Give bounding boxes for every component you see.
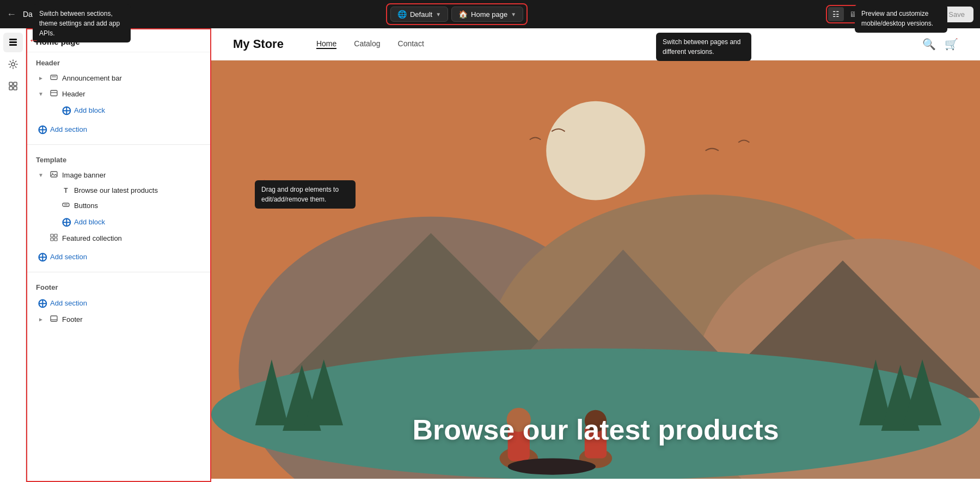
image-banner-icon	[50, 170, 58, 180]
header-group-title: Header	[36, 59, 201, 67]
svg-rect-4	[9, 82, 13, 86]
store-logo: My Store	[233, 37, 284, 51]
hero-section: Browse our latest products Drag and drop…	[211, 60, 980, 479]
announcement-bar-icon	[50, 74, 58, 83]
template-group: Template ▼ Image banner T Browse our lat…	[27, 149, 210, 267]
svg-rect-12	[51, 172, 57, 177]
buttons-item[interactable]: Buttons	[36, 198, 201, 213]
expand-icon-6: ►	[38, 316, 46, 322]
cart-icon[interactable]: 🛒	[945, 38, 958, 51]
svg-rect-10	[51, 90, 57, 96]
svg-point-23	[546, 101, 645, 200]
hero-text: Browse our latest products	[412, 413, 779, 446]
chevron-down-icon-2: ▼	[511, 11, 516, 17]
announcement-bar-item[interactable]: ► Announcement bar	[36, 70, 201, 86]
store-preview: My Store Home Catalog Contact 🔍 🛒	[211, 28, 980, 482]
nav-link-contact[interactable]: Contact	[398, 39, 424, 49]
footer-icon	[50, 315, 58, 324]
featured-collection-icon	[50, 234, 58, 243]
add-block-header-button[interactable]: ⨁ Add block	[36, 102, 201, 119]
homepage-dropdown[interactable]: 🏠 Home page ▼	[451, 7, 523, 22]
svg-point-43	[508, 458, 596, 474]
icon-sidebar: ←	[0, 28, 26, 482]
store-nav-icons: 🔍 🛒	[922, 38, 958, 51]
gear-icon	[8, 59, 18, 69]
sections-icon	[8, 38, 18, 47]
chevron-down-icon: ▼	[436, 11, 441, 17]
default-dropdown[interactable]: 🌐 Default ▼	[390, 7, 448, 22]
footer-item[interactable]: ► Footer	[36, 312, 201, 327]
plus-circle-icon: ⨁	[62, 105, 71, 115]
plus-circle-icon-5: ⨁	[38, 298, 47, 308]
switch-sections-tooltip: Switch between sections, theme settings …	[33, 4, 131, 42]
header-group: Header ► Announcement bar ▼ Header ⨁ Add…	[27, 52, 210, 140]
switch-pages-tooltip-container: Switch between pages and different versi…	[656, 28, 751, 57]
svg-rect-1	[9, 41, 17, 43]
preview-customize-tooltip: Preview and customize mobile/desktop ver…	[855, 4, 947, 33]
header-item[interactable]: ▼ Header	[36, 86, 201, 102]
plus-circle-icon-3: ⨁	[62, 217, 71, 227]
expand-icon-2: ▼	[38, 91, 46, 97]
top-bar-right: ☷ 🖥 📱 ▣ ↩ ↪ Save Preview and customize m…	[826, 5, 973, 23]
main-layout: ← Home page Header ► Announcement bar ▼ …	[0, 28, 980, 482]
store-nav: My Store Home Catalog Contact 🔍 🛒	[211, 28, 980, 60]
plus-circle-icon-2: ⨁	[38, 124, 47, 135]
add-section-template-button[interactable]: ⨁ Add section	[36, 248, 201, 265]
text-icon: T	[62, 187, 70, 194]
svg-rect-6	[9, 87, 13, 90]
svg-rect-18	[51, 238, 53, 241]
image-banner-item[interactable]: ▼ Image banner	[36, 167, 201, 183]
svg-rect-7	[14, 87, 17, 90]
svg-point-13	[52, 173, 53, 174]
home-icon: 🏠	[458, 10, 468, 19]
template-group-title: Template	[36, 156, 201, 164]
expand-icon: ►	[38, 75, 46, 81]
expand-icon-3: ▼	[38, 172, 46, 178]
footer-group-title: Footer	[36, 283, 201, 291]
sidebar-theme-settings-button[interactable]	[3, 54, 23, 74]
top-bar: ← Dawn Live ··· Switch between sections,…	[0, 0, 980, 28]
sections-panel: Home page Header ► Announcement bar ▼ He…	[26, 28, 211, 482]
add-section-footer-button[interactable]: ⨁ Add section	[36, 295, 201, 312]
top-bar-center: 🌐 Default ▼ 🏠 Home page ▼	[386, 3, 528, 25]
sidebar-sections-button[interactable]	[3, 33, 23, 52]
header-icon	[50, 89, 58, 99]
svg-rect-16	[51, 234, 53, 237]
add-block-banner-button[interactable]: ⨁ Add block	[36, 213, 201, 230]
back-button[interactable]: ←	[7, 9, 16, 20]
divider-2	[27, 272, 210, 272]
search-icon[interactable]: 🔍	[922, 38, 936, 51]
svg-rect-17	[54, 234, 57, 237]
divider-1	[27, 144, 210, 145]
view-desktop-wide-button[interactable]: ☷	[828, 7, 844, 21]
nav-link-home[interactable]: Home	[316, 39, 336, 49]
blocks-icon	[8, 81, 18, 91]
globe-icon: 🌐	[397, 10, 407, 19]
plus-circle-icon-4: ⨁	[38, 252, 47, 262]
add-section-header-button[interactable]: ⨁ Add section	[36, 121, 201, 138]
store-nav-links: Home Catalog Contact	[316, 39, 424, 49]
svg-rect-5	[14, 82, 17, 86]
featured-collection-item[interactable]: ► Featured collection	[36, 230, 201, 246]
buttons-icon	[62, 201, 70, 210]
svg-point-3	[11, 63, 15, 66]
svg-rect-2	[9, 44, 17, 46]
top-bar-left: ← Dawn Live ··· Switch between sections,…	[7, 9, 88, 20]
svg-rect-0	[9, 39, 17, 40]
svg-rect-8	[51, 75, 57, 80]
preview-area: My Store Home Catalog Contact 🔍 🛒	[211, 28, 980, 482]
svg-rect-20	[51, 316, 57, 321]
sidebar-app-blocks-button[interactable]	[3, 76, 23, 96]
nav-link-catalog[interactable]: Catalog	[354, 39, 380, 49]
footer-group: Footer ⨁ Add section ► Footer	[27, 277, 210, 330]
browse-latest-products-item[interactable]: T Browse our latest products	[36, 183, 201, 198]
svg-rect-19	[54, 238, 57, 241]
